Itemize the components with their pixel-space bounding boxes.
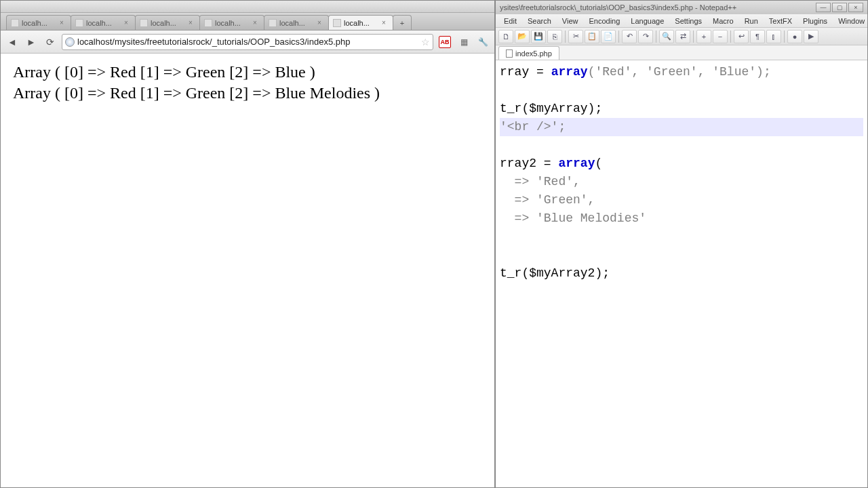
menu-view[interactable]: View: [557, 16, 584, 26]
browser-title-bar: [1, 1, 494, 13]
forward-button[interactable]: ►: [24, 35, 39, 49]
tab-label: localh...: [279, 19, 315, 27]
document-icon: [506, 49, 513, 58]
file-tab-active[interactable]: index5.php: [498, 46, 559, 60]
browser-nav-bar: ◄ ► ⟳ ☆ AB ▦ 🔧: [1, 30, 494, 54]
wordwrap-icon[interactable]: ↩: [734, 30, 749, 43]
open-file-icon[interactable]: 📂: [515, 30, 530, 43]
browser-window: localh... × localh... × localh... × loca…: [0, 0, 495, 488]
replace-icon[interactable]: ⇄: [675, 30, 690, 43]
indent-guide-icon[interactable]: ⫿: [766, 30, 781, 43]
code-editor[interactable]: rray = array('Red', 'Green', 'Blue'); t_…: [496, 60, 867, 487]
close-icon[interactable]: ×: [382, 20, 389, 26]
tab-label: localh...: [151, 19, 186, 27]
back-button[interactable]: ◄: [5, 35, 20, 49]
reload-button[interactable]: ⟳: [43, 35, 58, 49]
tab-label: localh...: [215, 19, 250, 27]
tab-label: localh...: [344, 19, 379, 27]
new-file-icon[interactable]: 🗋: [498, 30, 513, 43]
bookmark-star-icon[interactable]: ☆: [421, 37, 430, 47]
favicon-icon: [75, 19, 83, 27]
window-title: ysites\freetutorialsrock\_tutorials\OOP_…: [500, 3, 736, 12]
adblock-icon[interactable]: AB: [437, 35, 452, 49]
file-tab-label: index5.php: [515, 49, 552, 58]
close-icon[interactable]: ×: [124, 20, 131, 26]
browser-tab[interactable]: localh... ×: [264, 15, 329, 30]
menu-window[interactable]: Window: [833, 16, 868, 26]
macro-play-icon[interactable]: ▶: [804, 30, 818, 43]
browser-tab[interactable]: localh... ×: [71, 15, 136, 30]
menu-search[interactable]: Search: [522, 16, 557, 26]
save-all-icon[interactable]: ⎘: [547, 30, 562, 43]
extension-icon[interactable]: ▦: [456, 35, 471, 49]
zoom-out-icon[interactable]: −: [713, 30, 728, 43]
notepad-title-bar: ysites\freetutorialsrock\_tutorials\OOP_…: [496, 1, 867, 14]
show-chars-icon[interactable]: ¶: [750, 30, 765, 43]
find-icon[interactable]: 🔍: [659, 30, 674, 43]
menu-plugins[interactable]: Plugins: [797, 16, 833, 26]
close-icon[interactable]: ×: [253, 20, 260, 26]
url-input[interactable]: [77, 37, 418, 47]
output-line-2: Array ( [0] => Red [1] => Green [2] => B…: [13, 84, 482, 102]
notepad-menu-bar: Edit Search View Encoding Language Setti…: [496, 14, 867, 28]
menu-edit[interactable]: Edit: [498, 16, 522, 26]
cut-icon[interactable]: ✂: [568, 30, 583, 43]
favicon-icon: [140, 19, 148, 27]
macro-record-icon[interactable]: ●: [787, 30, 802, 43]
redo-icon[interactable]: ↷: [638, 30, 653, 43]
site-info-icon[interactable]: [65, 37, 75, 47]
menu-language[interactable]: Language: [625, 16, 669, 26]
browser-tab-strip: localh... × localh... × localh... × loca…: [1, 13, 494, 30]
menu-run[interactable]: Run: [739, 16, 764, 26]
favicon-icon: [204, 19, 212, 27]
tab-label: localh...: [86, 19, 121, 27]
close-icon[interactable]: ×: [317, 20, 324, 26]
undo-icon[interactable]: ↶: [622, 30, 637, 43]
close-icon[interactable]: ×: [189, 20, 195, 26]
new-tab-button[interactable]: +: [393, 15, 412, 30]
zoom-in-icon[interactable]: +: [696, 30, 711, 43]
maximize-button[interactable]: ▢: [832, 3, 847, 12]
save-icon[interactable]: 💾: [531, 30, 546, 43]
notepad-file-tabs: index5.php: [496, 45, 867, 60]
paste-icon[interactable]: 📄: [601, 30, 616, 43]
address-bar: ☆: [62, 34, 433, 50]
tab-label: localh...: [22, 19, 57, 27]
output-line-1: Array ( [0] => Red [1] => Green [2] => B…: [13, 63, 482, 81]
wrench-icon[interactable]: 🔧: [475, 35, 490, 49]
close-icon[interactable]: ×: [60, 20, 66, 26]
window-controls: — ▢ ×: [816, 3, 863, 12]
menu-macro[interactable]: Macro: [707, 16, 739, 26]
favicon-icon: [269, 19, 277, 27]
copy-icon[interactable]: 📋: [585, 30, 599, 43]
notepad-toolbar: 🗋 📂 💾 ⎘ ✂ 📋 📄 ↶ ↷ 🔍 ⇄ + − ↩ ¶ ⫿ ● ▶: [496, 28, 867, 45]
menu-textfx[interactable]: TextFX: [764, 16, 797, 26]
close-window-button[interactable]: ×: [848, 3, 863, 12]
browser-tab-active[interactable]: localh... ×: [328, 15, 393, 30]
notepad-window: ysites\freetutorialsrock\_tutorials\OOP_…: [495, 0, 868, 488]
menu-settings[interactable]: Settings: [669, 16, 707, 26]
browser-page-content: Array ( [0] => Red [1] => Green [2] => B…: [1, 54, 494, 487]
browser-tab[interactable]: localh... ×: [135, 15, 200, 30]
menu-encoding[interactable]: Encoding: [583, 16, 625, 26]
browser-tab[interactable]: localh... ×: [199, 15, 264, 30]
browser-tab[interactable]: localh... ×: [6, 15, 71, 30]
favicon-icon: [11, 19, 19, 27]
minimize-button[interactable]: —: [816, 3, 831, 12]
favicon-icon: [333, 19, 341, 27]
